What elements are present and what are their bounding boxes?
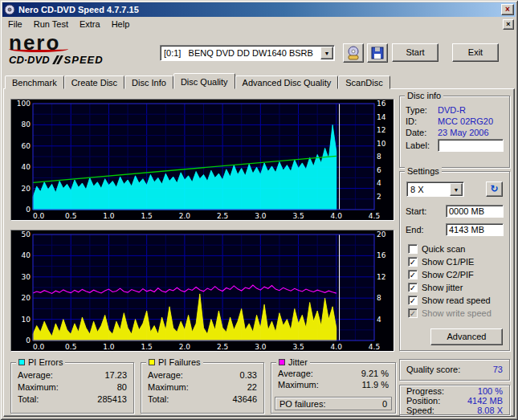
chevron-down-icon[interactable]: ▼ xyxy=(320,47,333,59)
svg-text:6: 6 xyxy=(377,166,381,174)
svg-text:60: 60 xyxy=(22,142,31,150)
save-button[interactable] xyxy=(367,43,388,63)
jitter-color-swatch xyxy=(279,359,285,365)
svg-text:50: 50 xyxy=(22,230,31,239)
nero-logo-text: nero xyxy=(9,33,137,52)
checkbox-label: Show C2/PIF xyxy=(422,270,474,279)
tab-benchmark[interactable]: Benchmark xyxy=(5,75,64,89)
tab-create-disc[interactable]: Create Disc xyxy=(64,75,124,89)
pi-errors-title: PI Errors xyxy=(28,357,63,368)
svg-text:4: 4 xyxy=(377,179,381,187)
svg-text:3.5: 3.5 xyxy=(292,343,304,351)
jitter-average: 9.21 % xyxy=(361,368,389,379)
refresh-icon: ↻ xyxy=(490,183,498,194)
checkbox-show-jitter[interactable]: ✓Show jitter xyxy=(408,281,509,294)
pi-errors-chart: 1008060402001614121086420.00.51.01.52.02… xyxy=(10,99,394,221)
speed-select[interactable]: 8 X ▼ xyxy=(406,181,464,197)
menu-run-test[interactable]: Run Test xyxy=(28,18,74,31)
menu-file[interactable]: File xyxy=(2,18,28,31)
checkbox-box[interactable]: ✓ xyxy=(408,283,418,292)
disc-quality-panel: 1008060402001614121086420.00.51.01.52.02… xyxy=(3,88,515,417)
svg-text:0.5: 0.5 xyxy=(65,212,76,220)
speed-select-value: 8 X xyxy=(407,185,450,194)
svg-text:2.5: 2.5 xyxy=(217,212,228,220)
checkbox-box[interactable] xyxy=(408,244,418,254)
po-failures-value: 0 xyxy=(382,399,387,409)
checkbox-box[interactable]: ✓ xyxy=(408,270,418,279)
quality-score-value: 73 xyxy=(493,360,503,380)
disc-id-label: ID: xyxy=(406,116,438,127)
disc-label-field[interactable] xyxy=(438,139,504,152)
pi-failures-stats-group: PI Failures Average:0.33 Maximum:22 Tota… xyxy=(141,362,264,414)
svg-text:10: 10 xyxy=(377,140,386,148)
tab-disc-info[interactable]: Disc Info xyxy=(124,75,173,89)
tab-scandisc[interactable]: ScanDisc xyxy=(338,75,390,89)
progress-value: 100 % xyxy=(478,386,503,396)
svg-text:1.5: 1.5 xyxy=(141,212,153,220)
chevron-down-icon[interactable]: ▼ xyxy=(450,183,463,196)
svg-text:0: 0 xyxy=(26,336,31,345)
svg-text:12: 12 xyxy=(377,126,385,134)
disc-id-value: MCC 02RG20 xyxy=(438,116,493,127)
exit-button[interactable]: Exit xyxy=(452,43,499,62)
checkbox-show-write-speed: ✓Show write speed xyxy=(408,307,509,320)
tab-disc-quality[interactable]: Disc Quality xyxy=(173,73,235,89)
disc-type-label: Type: xyxy=(406,104,438,116)
svg-text:3.0: 3.0 xyxy=(255,343,267,351)
floppy-icon xyxy=(371,47,384,59)
disc-date-label: Date: xyxy=(406,127,438,138)
menubar: File Run Test Extra Help × xyxy=(2,17,516,31)
speed-value: 8.08 X xyxy=(477,406,503,415)
quality-score-group: Quality score: 73 xyxy=(399,359,510,381)
svg-text:20: 20 xyxy=(377,230,386,239)
checkbox-label: Show read speed xyxy=(422,296,491,305)
end-field[interactable]: 4143 MB xyxy=(446,223,504,236)
maximum-label: Maximum: xyxy=(148,381,189,393)
disc-type-value: DVD-R xyxy=(438,104,466,116)
menu-extra[interactable]: Extra xyxy=(74,18,106,31)
checkbox-box[interactable]: ✓ xyxy=(408,296,418,305)
svg-text:4.0: 4.0 xyxy=(331,212,343,220)
svg-text:2.0: 2.0 xyxy=(179,343,191,351)
svg-text:12: 12 xyxy=(377,273,385,281)
pi-failures-color-swatch xyxy=(149,359,155,365)
titlebar[interactable]: Nero CD-DVD Speed 4.7.7.15 × xyxy=(2,2,516,17)
svg-text:3.5: 3.5 xyxy=(292,212,304,220)
svg-text:14: 14 xyxy=(377,113,386,121)
refresh-button[interactable]: ↻ xyxy=(486,181,503,197)
checkbox-label: Show jitter xyxy=(422,283,463,292)
pi-errors-stats-group: PI Errors Average:17.23 Maximum:80 Total… xyxy=(10,362,134,414)
po-failures-label: PO failures: xyxy=(279,399,325,409)
speed-label: Speed: xyxy=(406,406,434,415)
svg-text:20: 20 xyxy=(22,294,31,302)
progress-label: Progress: xyxy=(406,386,444,396)
settings-title: Settings xyxy=(405,165,442,177)
drive-select[interactable]: [0:1] BENQ DVD DD DW1640 BSRB ▼ xyxy=(160,45,335,61)
checkbox-show-c1-pie[interactable]: ✓Show C1/PIE xyxy=(408,255,509,268)
checkbox-box[interactable]: ✓ xyxy=(408,257,418,267)
tab-advanced-disc-quality[interactable]: Advanced Disc Quality xyxy=(235,75,339,89)
advanced-button[interactable]: Advanced xyxy=(430,328,503,345)
svg-text:4.5: 4.5 xyxy=(369,212,380,220)
svg-text:0.0: 0.0 xyxy=(33,343,45,351)
start-field[interactable]: 0000 MB xyxy=(446,205,504,218)
checkbox-show-read-speed[interactable]: ✓Show read speed xyxy=(408,294,509,307)
eject-disc-button[interactable] xyxy=(343,43,364,63)
checkbox-box: ✓ xyxy=(408,308,418,318)
window-title: Nero CD-DVD Speed 4.7.7.15 xyxy=(18,5,500,14)
checkbox-quick-scan[interactable]: Quick scan xyxy=(408,243,509,255)
progress-group: Progress:100 % Position:4142 MB Speed:8.… xyxy=(399,385,510,415)
menu-help[interactable]: Help xyxy=(106,18,136,31)
pi-errors-total: 285413 xyxy=(97,393,127,406)
menu-close-button[interactable]: × xyxy=(503,19,514,30)
pi-errors-maximum: 80 xyxy=(117,381,127,393)
position-value: 4142 MB xyxy=(467,396,503,406)
svg-text:8: 8 xyxy=(377,294,381,302)
svg-text:40: 40 xyxy=(22,251,31,259)
pi-failures-title: PI Failures xyxy=(158,357,201,368)
checkbox-show-c2-pif[interactable]: ✓Show C2/PIF xyxy=(408,268,509,281)
start-button[interactable]: Start xyxy=(392,43,438,62)
close-button[interactable]: × xyxy=(501,4,514,15)
svg-text:100: 100 xyxy=(17,100,31,108)
svg-text:4.5: 4.5 xyxy=(369,343,380,351)
